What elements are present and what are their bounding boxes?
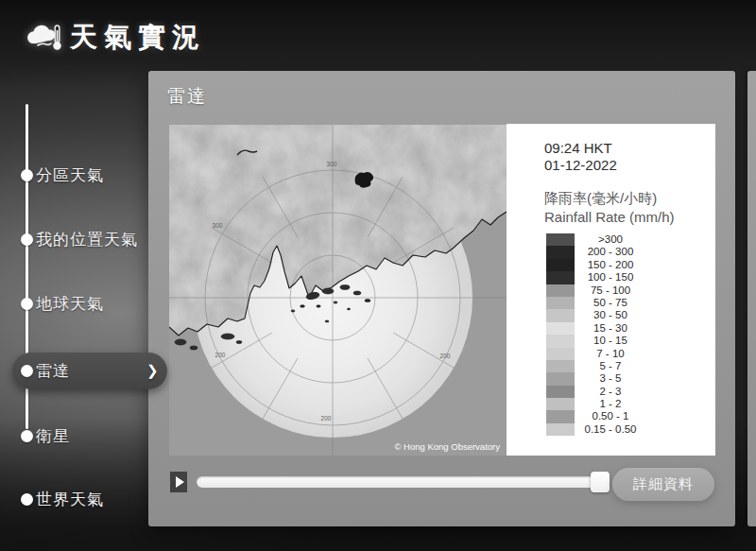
copyright-text: © Hong Kong Observatory <box>394 441 500 452</box>
legend-row: 2 - 3 <box>507 386 715 398</box>
rainfall-legend-panel: 09:24 HKT 01-12-2022 降雨率(毫米/小時) Rainfall… <box>507 124 715 456</box>
legend-range-label: 2 - 3 <box>575 386 646 398</box>
legend-title-zh: 降雨率(毫米/小時) <box>544 190 657 208</box>
sidebar-item-label: 我的位置天氣 <box>36 229 138 250</box>
nav-dot-icon <box>21 493 33 506</box>
sidebar-item-3[interactable]: ❯雷達 <box>0 353 170 388</box>
animation-slider-thumb[interactable] <box>591 472 610 492</box>
nav-dot-icon <box>21 233 33 246</box>
svg-text:300: 300 <box>327 161 337 167</box>
legend-color-swatch <box>546 398 575 410</box>
legend-range-label: 50 - 75 <box>575 297 646 309</box>
cloud-thermometer-icon <box>25 21 66 53</box>
svg-text:300: 300 <box>213 222 223 229</box>
sidebar-item-label: 衛星 <box>36 425 70 447</box>
legend-color-swatch <box>546 386 575 398</box>
sidebar-item-5[interactable]: 世界天氣 <box>0 481 170 517</box>
nav-dot-icon <box>21 430 33 442</box>
legend-row: 50 - 75 <box>507 297 715 309</box>
legend-color-swatch <box>546 271 575 284</box>
legend-row: 0.15 - 0.50 <box>507 423 715 436</box>
legend-color-swatch <box>546 322 575 335</box>
animation-slider-track[interactable] <box>197 476 610 488</box>
panel-title: 雷達 <box>167 84 207 109</box>
legend-range-label: 0.50 - 1 <box>575 410 646 422</box>
legend-row: 0.50 - 1 <box>507 410 715 422</box>
legend-range-label: 30 - 50 <box>575 309 646 321</box>
play-button[interactable] <box>170 472 187 492</box>
legend-color-swatch <box>546 284 575 297</box>
radar-card: 雷達 <box>148 71 735 526</box>
radar-map-image: 300 300 200 200 200 <box>169 125 507 456</box>
legend-range-label: 1 - 2 <box>575 398 646 410</box>
legend-row: 5 - 7 <box>507 360 715 372</box>
sidebar-item-0[interactable]: 分區天氣 <box>0 157 170 193</box>
next-card-peek[interactable] <box>747 71 756 526</box>
legend-range-label: 10 - 15 <box>575 335 646 347</box>
app-header: 天氣實況 <box>0 0 756 71</box>
sidebar-item-label: 分區天氣 <box>36 164 104 186</box>
sidebar-item-4[interactable]: 衛星 <box>0 418 170 454</box>
legend-color-swatch <box>546 246 575 258</box>
legend-row: 3 - 5 <box>507 372 715 385</box>
legend-color-swatch <box>546 297 575 309</box>
sidebar: 分區天氣我的位置天氣地球天氣❯雷達衛星世界天氣 <box>0 71 148 526</box>
detail-info-button[interactable]: 詳細資料 <box>612 468 714 501</box>
legend-color-swatch <box>546 259 575 271</box>
legend-range-label: 100 - 150 <box>575 271 646 284</box>
legend-row: >300 <box>507 233 715 246</box>
legend-range-label: 15 - 30 <box>575 322 646 335</box>
legend-range-label: 75 - 100 <box>575 284 646 297</box>
legend-row: 75 - 100 <box>507 284 715 297</box>
legend-color-swatch <box>546 372 575 385</box>
sidebar-item-2[interactable]: 地球天氣 <box>0 285 170 321</box>
nav-dot-icon <box>21 365 33 377</box>
page-title: 天氣實況 <box>70 19 206 57</box>
observation-time: 09:24 HKT <box>544 140 612 156</box>
legend-color-swatch <box>546 348 575 360</box>
legend-title-en: Rainfall Rate (mm/h) <box>544 209 675 225</box>
legend-color-swatch <box>546 360 575 372</box>
legend-row: 150 - 200 <box>507 259 715 271</box>
sidebar-item-label: 地球天氣 <box>36 293 104 315</box>
nav-dot-icon <box>21 169 33 181</box>
legend-range-label: 3 - 5 <box>575 372 646 385</box>
sidebar-item-1[interactable]: 我的位置天氣 <box>0 221 170 257</box>
legend-color-swatch <box>546 423 575 436</box>
legend-color-swatch <box>546 410 575 422</box>
legend-row: 7 - 10 <box>507 348 715 360</box>
play-icon <box>176 476 184 488</box>
legend-color-swatch <box>546 233 575 246</box>
legend-range-label: 200 - 300 <box>575 246 646 258</box>
svg-text:200: 200 <box>215 352 226 358</box>
nav-dot-icon <box>21 298 33 310</box>
legend-row: 15 - 30 <box>507 322 715 335</box>
legend-color-swatch <box>546 309 575 321</box>
legend-range-label: 0.15 - 0.50 <box>575 423 646 436</box>
observation-date: 01-12-2022 <box>544 157 617 173</box>
legend-row: 200 - 300 <box>507 246 715 258</box>
legend-range-label: 7 - 10 <box>575 348 646 360</box>
sidebar-item-label: 世界天氣 <box>36 489 104 510</box>
legend-scale: >300200 - 300150 - 200100 - 15075 - 1005… <box>507 233 715 436</box>
svg-text:200: 200 <box>321 415 332 422</box>
chevron-right-icon: ❯ <box>146 362 159 379</box>
legend-row: 1 - 2 <box>507 398 715 410</box>
svg-text:200: 200 <box>440 353 451 359</box>
legend-range-label: 150 - 200 <box>575 259 646 271</box>
sidebar-item-label: 雷達 <box>36 360 70 382</box>
legend-range-label: >300 <box>575 233 646 246</box>
legend-range-label: 5 - 7 <box>575 360 646 372</box>
legend-row: 30 - 50 <box>507 309 715 321</box>
legend-row: 10 - 15 <box>507 335 715 347</box>
legend-row: 100 - 150 <box>507 271 715 284</box>
legend-color-swatch <box>546 335 575 347</box>
